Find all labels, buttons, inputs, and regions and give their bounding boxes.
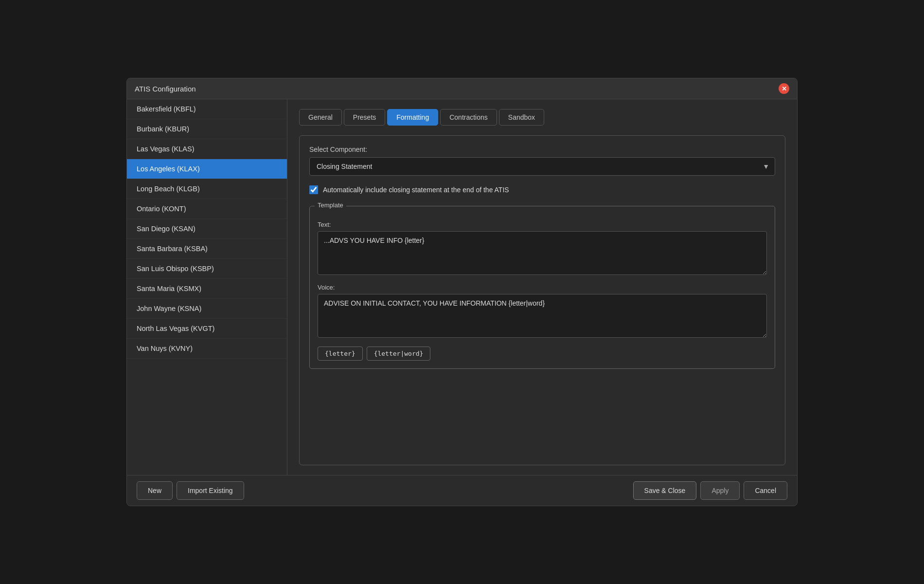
- tabs-bar: GeneralPresetsFormattingContractionsSand…: [299, 109, 785, 126]
- select-component-label: Select Component:: [309, 146, 775, 153]
- sidebar-item[interactable]: San Luis Obispo (KSBP): [127, 259, 287, 279]
- apply-button[interactable]: Apply: [700, 481, 740, 500]
- close-button[interactable]: ✕: [779, 83, 789, 94]
- token-button[interactable]: {letter}: [318, 347, 363, 361]
- sidebar-item[interactable]: Los Angeles (KLAX): [127, 159, 287, 179]
- sidebar-item[interactable]: San Diego (KSAN): [127, 219, 287, 239]
- sidebar-item[interactable]: Bakersfield (KBFL): [127, 99, 287, 119]
- sidebar-item[interactable]: Burbank (KBUR): [127, 119, 287, 139]
- component-dropdown[interactable]: Closing Statement: [309, 157, 775, 176]
- template-box: Template Text: ...ADVS YOU HAVE INFO {le…: [309, 206, 775, 369]
- tab-presets[interactable]: Presets: [344, 109, 385, 126]
- text-textarea[interactable]: ...ADVS YOU HAVE INFO {letter}: [318, 231, 767, 275]
- sidebar-item[interactable]: North Las Vegas (KVGT): [127, 319, 287, 339]
- sidebar-item[interactable]: Long Beach (KLGB): [127, 179, 287, 199]
- title-bar: ATIS Configuration ✕: [127, 78, 797, 99]
- token-row: {letter}{letter|word}: [318, 347, 767, 361]
- text-field-label: Text:: [318, 221, 767, 228]
- content-area: GeneralPresetsFormattingContractionsSand…: [287, 99, 797, 475]
- sidebar-item[interactable]: Van Nuys (KVNY): [127, 339, 287, 359]
- sidebar-item[interactable]: Las Vegas (KLAS): [127, 139, 287, 159]
- checkbox-row: Automatically include closing statement …: [309, 185, 775, 194]
- sidebar: Bakersfield (KBFL)Burbank (KBUR)Las Vega…: [127, 99, 287, 475]
- main-content: Bakersfield (KBFL)Burbank (KBUR)Las Vega…: [127, 99, 797, 475]
- dialog-title: ATIS Configuration: [135, 85, 196, 93]
- footer: New Import Existing Save & Close Apply C…: [127, 475, 797, 506]
- sidebar-item[interactable]: Santa Barbara (KSBA): [127, 239, 287, 259]
- new-button[interactable]: New: [137, 481, 173, 500]
- component-dropdown-wrapper: Closing Statement ▼: [309, 157, 775, 176]
- voice-field-label: Voice:: [318, 284, 767, 291]
- section-box: Select Component: Closing Statement ▼ Au…: [299, 135, 785, 465]
- tab-formatting[interactable]: Formatting: [387, 109, 438, 126]
- sidebar-item[interactable]: Ontario (KONT): [127, 199, 287, 219]
- save-close-button[interactable]: Save & Close: [633, 481, 697, 500]
- footer-left: New Import Existing: [137, 481, 244, 500]
- import-existing-button[interactable]: Import Existing: [177, 481, 244, 500]
- checkbox-label: Automatically include closing statement …: [323, 186, 509, 194]
- sidebar-item[interactable]: Santa Maria (KSMX): [127, 279, 287, 299]
- voice-textarea[interactable]: ADVISE ON INITIAL CONTACT, YOU HAVE INFO…: [318, 294, 767, 338]
- footer-right: Save & Close Apply Cancel: [633, 481, 787, 500]
- atis-configuration-dialog: ATIS Configuration ✕ Bakersfield (KBFL)B…: [126, 78, 798, 506]
- sidebar-item[interactable]: John Wayne (KSNA): [127, 299, 287, 319]
- tab-general[interactable]: General: [299, 109, 342, 126]
- tab-sandbox[interactable]: Sandbox: [499, 109, 544, 126]
- cancel-button[interactable]: Cancel: [744, 481, 787, 500]
- auto-include-checkbox[interactable]: [309, 185, 318, 194]
- tab-contractions[interactable]: Contractions: [440, 109, 497, 126]
- token-button[interactable]: {letter|word}: [367, 347, 431, 361]
- template-legend: Template: [315, 201, 346, 209]
